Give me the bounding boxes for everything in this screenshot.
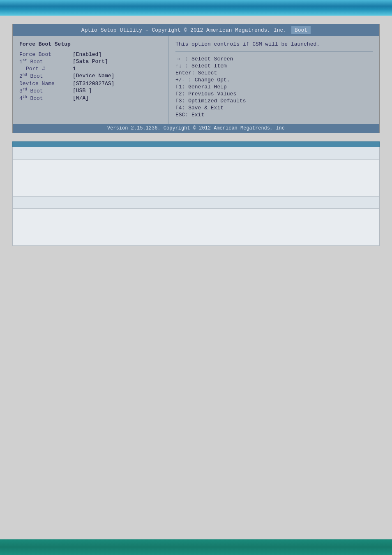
- key-enter: Enter: Select: [175, 70, 373, 76]
- bios-row-3rd-boot: 3rd Boot [USB ]: [19, 88, 162, 94]
- table-row: [13, 209, 380, 246]
- cell: [13, 160, 135, 197]
- label-device-name: Device Name: [19, 81, 73, 87]
- bios-row-4th-boot: 4th Boot [N/A]: [19, 95, 162, 102]
- key-f1: F1: General Help: [175, 84, 373, 90]
- top-gradient-bar: [0, 0, 392, 16]
- key-esc: ESC: Exit: [175, 112, 373, 118]
- bios-row-device-name: Device Name [ST3120827AS]: [19, 81, 162, 87]
- cell: [13, 197, 135, 209]
- table-row: [13, 147, 380, 160]
- key-change-opt: +/- : Change Opt.: [175, 77, 373, 83]
- bios-help-text: This option controls if CSM will be laun…: [175, 41, 373, 47]
- table-header-row: [13, 142, 380, 147]
- key-select-screen: →← : Select Screen: [175, 56, 373, 62]
- cell: [13, 147, 135, 160]
- label-4th-boot: 4th Boot: [19, 95, 73, 102]
- bios-row-1st-boot: 1st Boot [Sata Port]: [19, 58, 162, 65]
- col-header-3: [257, 142, 380, 147]
- label-force-boot: Force Boot: [19, 51, 73, 58]
- version-bar: Version 2.15.1236. Copyright © 2012 Amer…: [13, 124, 379, 133]
- bios-row-2nd-boot: 2nd Boot [Device Name]: [19, 73, 162, 79]
- bios-panel: Aptio Setup Utility – Copyright © 2012 A…: [12, 24, 380, 133]
- key-f2: F2: Previous Values: [175, 91, 373, 97]
- key-f4: F4: Save & Exit: [175, 105, 373, 111]
- value-force-boot: [Enabled]: [73, 51, 101, 58]
- bios-row-port: Port # 1: [19, 66, 162, 72]
- value-3rd-boot: [USB ]: [73, 88, 92, 94]
- bios-active-tab[interactable]: Boot: [291, 26, 311, 34]
- value-2nd-boot: [Device Name]: [73, 73, 114, 79]
- cell: [135, 197, 257, 209]
- cell: [135, 160, 257, 197]
- cell: [257, 209, 380, 246]
- table-row: [13, 197, 380, 209]
- value-device-name: [ST3120827AS]: [73, 81, 114, 87]
- label-3rd-boot: 3rd Boot: [19, 88, 73, 94]
- lower-table: [12, 141, 380, 246]
- cell: [135, 209, 257, 246]
- cell: [135, 147, 257, 160]
- value-1st-boot: [Sata Port]: [73, 58, 108, 65]
- cell: [257, 147, 380, 160]
- cell: [257, 197, 380, 209]
- label-port: Port #: [19, 66, 73, 72]
- bios-body: Force Boot Setup Force Boot [Enabled] 1s…: [13, 36, 379, 124]
- bios-section-title: Force Boot Setup: [19, 41, 162, 47]
- label-2nd-boot: 2nd Boot: [19, 73, 73, 79]
- col-header-2: [135, 142, 257, 147]
- value-port: 1: [73, 66, 76, 72]
- cell: [13, 209, 135, 246]
- cell: [257, 160, 380, 197]
- main-content: Aptio Setup Utility – Copyright © 2012 A…: [0, 16, 392, 254]
- bios-row-force-boot: Force Boot [Enabled]: [19, 51, 162, 58]
- key-select-item: ↑↓ : Select Item: [175, 63, 373, 69]
- value-4th-boot: [N/A]: [73, 95, 89, 102]
- table-row: [13, 160, 380, 197]
- bios-left-panel: Force Boot Setup Force Boot [Enabled] 1s…: [13, 36, 169, 124]
- bios-header: Aptio Setup Utility – Copyright © 2012 A…: [13, 24, 379, 36]
- bottom-gradient-bar: [0, 539, 392, 555]
- bios-key-help: →← : Select Screen ↑↓ : Select Item Ente…: [175, 51, 373, 119]
- key-f3: F3: Optimized Defaults: [175, 98, 373, 104]
- bios-header-text: Aptio Setup Utility – Copyright © 2012 A…: [81, 27, 286, 33]
- label-1st-boot: 1st Boot: [19, 58, 73, 65]
- bios-right-panel: This option controls if CSM will be laun…: [169, 36, 379, 124]
- col-header-1: [13, 142, 135, 147]
